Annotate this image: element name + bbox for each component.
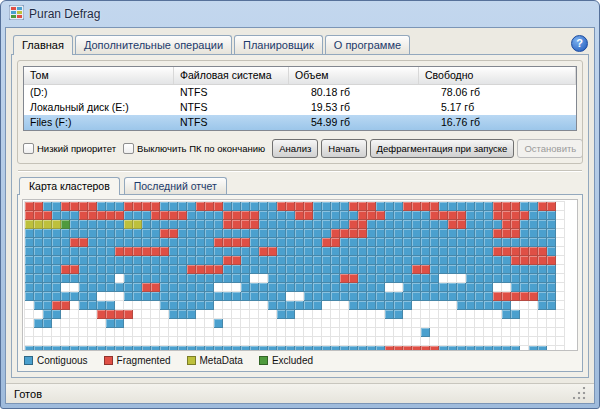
cluster-cell (511, 319, 520, 328)
cluster-cell (484, 238, 493, 247)
cluster-cell (394, 247, 403, 256)
cluster-cell (223, 202, 232, 211)
cluster-cell (295, 319, 304, 328)
cluster-cell (358, 337, 367, 346)
help-button[interactable]: ? (571, 35, 588, 52)
cluster-cell (502, 220, 511, 229)
tab-scheduler[interactable]: Планировщик (234, 35, 323, 54)
table-row[interactable]: Локальный диск (E:)NTFS19.53 гб5.17 гб (24, 100, 576, 115)
cluster-cell (367, 229, 376, 238)
cluster-cell (169, 202, 178, 211)
boot-defrag-button[interactable]: Дефрагментация при запуске (370, 139, 515, 158)
cluster-cell (520, 310, 529, 319)
cluster-cell (25, 274, 34, 283)
table-cell: Локальный диск (E:) (24, 100, 174, 115)
cluster-cell (70, 283, 79, 292)
legend-swatch (259, 356, 268, 365)
cluster-cell (268, 211, 277, 220)
cluster-cell (475, 220, 484, 229)
cluster-cell (205, 274, 214, 283)
cluster-cell (61, 265, 70, 274)
cluster-cell (430, 211, 439, 220)
cluster-cell (88, 202, 97, 211)
cluster-cell (385, 328, 394, 337)
cluster-cell (169, 265, 178, 274)
cluster-cell (214, 337, 223, 346)
cluster-cell (115, 337, 124, 346)
cluster-cell (142, 310, 151, 319)
cluster-cell (196, 292, 205, 301)
cluster-cell (268, 319, 277, 328)
cluster-cell (538, 274, 547, 283)
cluster-cell (457, 328, 466, 337)
cluster-cell (502, 265, 511, 274)
cluster-cell (25, 247, 34, 256)
cluster-cell (196, 247, 205, 256)
table-row[interactable]: Files (F:)NTFS54.99 гб16.76 гб (24, 115, 576, 130)
cluster-cell (160, 211, 169, 220)
cluster-cell (88, 265, 97, 274)
titlebar[interactable]: Puran Defrag (5, 1, 595, 27)
cluster-cell (88, 301, 97, 310)
cluster-cell (367, 310, 376, 319)
cluster-cell (133, 220, 142, 229)
cluster-cell (286, 328, 295, 337)
cluster-cell (556, 202, 565, 211)
table-row[interactable]: (D:)NTFS80.18 гб78.06 гб (24, 85, 576, 100)
table-cell: 80.18 гб (289, 85, 419, 100)
volumes-table[interactable]: ТомФайловая системаОбъемСвободно (D:)NTF… (23, 66, 577, 131)
analyze-button[interactable]: Анализ (272, 139, 318, 158)
tab-last-report[interactable]: Последний отчет (124, 177, 227, 194)
start-button[interactable]: Начать (321, 139, 366, 158)
cluster-cell (79, 256, 88, 265)
cluster-cell (232, 220, 241, 229)
cluster-cell (340, 283, 349, 292)
cluster-cell (34, 202, 43, 211)
cluster-cell (88, 328, 97, 337)
column-header[interactable]: Свободно (419, 67, 576, 84)
cluster-cell (367, 337, 376, 346)
cluster-cell (412, 265, 421, 274)
cluster-cell (340, 229, 349, 238)
cluster-cell (223, 310, 232, 319)
cluster-cell (268, 265, 277, 274)
column-header[interactable]: Том (24, 67, 174, 84)
cluster-cell (52, 328, 61, 337)
cluster-cell (79, 337, 88, 346)
cluster-cell (286, 283, 295, 292)
cluster-cell (475, 301, 484, 310)
column-header[interactable]: Объем (289, 67, 419, 84)
cluster-cell (412, 337, 421, 346)
cluster-cell (331, 274, 340, 283)
shutdown-checkbox-box[interactable] (123, 143, 134, 154)
cluster-cell (313, 202, 322, 211)
cluster-cell (520, 220, 529, 229)
cluster-cell (70, 301, 79, 310)
cluster-cell (340, 292, 349, 301)
cluster-cell (466, 211, 475, 220)
cluster-cell (340, 310, 349, 319)
cluster-cell (304, 319, 313, 328)
cluster-cell (358, 211, 367, 220)
cluster-cell (358, 229, 367, 238)
table-header: ТомФайловая системаОбъемСвободно (24, 67, 576, 85)
cluster-cell (322, 283, 331, 292)
cluster-cell (475, 283, 484, 292)
cluster-cell (529, 247, 538, 256)
column-header[interactable]: Файловая система (174, 67, 289, 84)
cluster-cell (466, 202, 475, 211)
low-priority-checkbox[interactable]: Низкий приоритет (23, 143, 116, 154)
cluster-cell (448, 310, 457, 319)
tab-main[interactable]: Главная (13, 35, 73, 55)
cluster-cell (187, 220, 196, 229)
low-priority-checkbox-box[interactable] (23, 143, 34, 154)
cluster-cell (277, 310, 286, 319)
shutdown-checkbox[interactable]: Выключить ПК по окончанию (123, 143, 265, 154)
cluster-cell (331, 265, 340, 274)
cluster-cell (538, 256, 547, 265)
resize-grip[interactable] (573, 387, 586, 400)
tab-cluster-map[interactable]: Карта кластеров (19, 177, 120, 195)
cluster-cell (133, 337, 142, 346)
tab-about[interactable]: О программе (325, 35, 410, 54)
tab-extra-operations[interactable]: Дополнительные операции (75, 35, 232, 54)
